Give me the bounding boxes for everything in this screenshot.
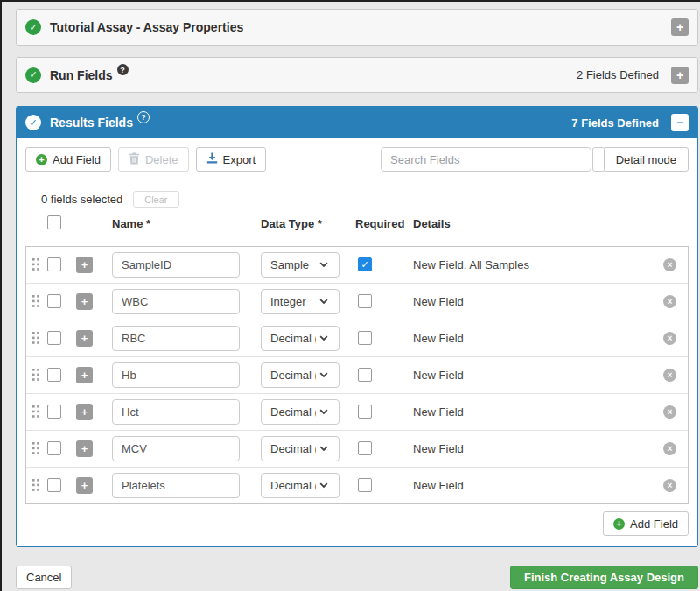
remove-field-button[interactable]: × bbox=[663, 369, 676, 382]
row-select-checkbox[interactable] bbox=[47, 257, 61, 271]
expand-panel-button[interactable]: + bbox=[671, 67, 689, 84]
field-name-input[interactable] bbox=[112, 326, 240, 351]
data-type-select[interactable]: Decimal (floating point) bbox=[261, 362, 340, 388]
required-checkbox[interactable] bbox=[358, 294, 372, 308]
finish-creating-assay-design-button[interactable]: Finish Creating Assay Design bbox=[510, 566, 698, 589]
delete-label: Delete bbox=[145, 153, 178, 166]
chevron-down-icon bbox=[319, 262, 328, 268]
field-rows: + Sample New Field. All Samples × + Inte… bbox=[25, 246, 689, 504]
clear-selection-button[interactable]: Clear bbox=[133, 191, 178, 208]
delete-button[interactable]: Delete bbox=[118, 147, 189, 172]
download-icon bbox=[206, 152, 218, 166]
drag-handle-icon[interactable] bbox=[32, 479, 39, 495]
remove-icon: × bbox=[668, 334, 673, 343]
remove-icon: × bbox=[668, 298, 673, 306]
data-type-value: Sample bbox=[270, 258, 316, 271]
row-select-checkbox[interactable] bbox=[47, 478, 61, 492]
plus-icon: + bbox=[676, 21, 683, 33]
data-type-value: Decimal (floating point) bbox=[270, 369, 316, 382]
panel-assay-properties: ✓ Tutorial Assay - Assay Properties + bbox=[16, 9, 698, 46]
select-all-checkbox[interactable] bbox=[47, 215, 61, 229]
data-type-select[interactable]: Sample bbox=[261, 252, 340, 278]
required-checkbox[interactable] bbox=[358, 478, 372, 492]
row-select-checkbox[interactable] bbox=[47, 294, 61, 308]
detail-mode-toggle[interactable]: Detail mode bbox=[592, 147, 689, 172]
remove-field-button[interactable]: × bbox=[663, 332, 676, 345]
search-fields-input[interactable] bbox=[381, 147, 592, 172]
expand-field-button[interactable]: + bbox=[76, 293, 93, 310]
add-field-button-bottom[interactable]: + Add Field bbox=[603, 511, 689, 536]
data-type-select[interactable]: Decimal (floating point) bbox=[261, 473, 340, 498]
required-checkbox[interactable] bbox=[358, 257, 372, 271]
field-name-input[interactable] bbox=[112, 362, 240, 388]
check-circle-icon: ✓ bbox=[25, 67, 41, 83]
row-select-checkbox[interactable] bbox=[47, 368, 61, 382]
remove-field-button[interactable]: × bbox=[663, 258, 676, 271]
data-type-value: Decimal (floating point) bbox=[270, 442, 316, 455]
column-header-data-type: Data Type * bbox=[261, 217, 322, 230]
plus-icon: + bbox=[81, 296, 88, 307]
remove-field-button[interactable]: × bbox=[663, 405, 676, 419]
help-icon[interactable]: ? bbox=[137, 111, 150, 123]
expand-field-button[interactable]: + bbox=[76, 404, 93, 420]
data-type-select[interactable]: Decimal (floating point) bbox=[261, 436, 340, 461]
drag-handle-icon[interactable] bbox=[32, 405, 39, 421]
required-checkbox[interactable] bbox=[358, 331, 372, 345]
data-type-value: Decimal (floating point) bbox=[270, 332, 316, 345]
data-type-select[interactable]: Integer bbox=[261, 289, 340, 314]
panel-results-fields: ✓ Results Fields ? 7 Fields Defined − + … bbox=[16, 106, 698, 547]
chevron-down-icon bbox=[319, 482, 328, 489]
add-field-label: Add Field bbox=[630, 517, 678, 531]
field-details-text: New Field bbox=[413, 442, 464, 455]
chevron-down-icon bbox=[319, 335, 328, 341]
check-circle-icon: ✓ bbox=[25, 115, 41, 130]
collapse-panel-button[interactable]: − bbox=[671, 114, 689, 131]
remove-field-button[interactable]: × bbox=[663, 479, 676, 492]
add-field-label: Add Field bbox=[52, 153, 101, 166]
expand-field-button[interactable]: + bbox=[76, 367, 93, 383]
fields-selected-text: 0 fields selected bbox=[41, 193, 122, 206]
results-fields-body: + Add Field Delete Export Detail mo bbox=[17, 138, 697, 546]
drag-handle-icon[interactable] bbox=[32, 369, 39, 384]
remove-icon: × bbox=[668, 408, 673, 417]
field-name-input[interactable] bbox=[112, 399, 240, 425]
required-checkbox[interactable] bbox=[358, 441, 372, 455]
required-checkbox[interactable] bbox=[358, 368, 372, 382]
chevron-down-icon bbox=[319, 299, 328, 305]
expand-field-button[interactable]: + bbox=[76, 440, 93, 457]
field-name-input[interactable] bbox=[112, 473, 240, 498]
add-field-button[interactable]: + Add Field bbox=[25, 147, 111, 172]
panel-title: Run Fields bbox=[50, 68, 113, 82]
row-select-checkbox[interactable] bbox=[47, 331, 61, 345]
add-icon: + bbox=[613, 518, 625, 530]
fields-defined-badge: 2 Fields Defined bbox=[577, 68, 659, 81]
data-type-value: Decimal (floating point) bbox=[270, 405, 316, 419]
add-icon: + bbox=[36, 154, 47, 165]
data-type-select[interactable]: Decimal (floating point) bbox=[261, 399, 340, 425]
field-name-input[interactable] bbox=[112, 436, 240, 461]
selection-summary: 0 fields selected Clear bbox=[41, 191, 179, 208]
remove-field-button[interactable]: × bbox=[663, 295, 676, 308]
expand-field-button[interactable]: + bbox=[76, 330, 93, 347]
expand-field-button[interactable]: + bbox=[76, 477, 93, 494]
column-header-name: Name * bbox=[112, 217, 150, 230]
data-type-select[interactable]: Decimal (floating point) bbox=[261, 326, 340, 351]
drag-handle-icon[interactable] bbox=[32, 442, 39, 458]
drag-handle-icon[interactable] bbox=[32, 295, 39, 311]
required-checkbox[interactable] bbox=[358, 405, 372, 419]
chevron-down-icon bbox=[319, 446, 328, 452]
expand-field-button[interactable]: + bbox=[76, 257, 93, 273]
remove-field-button[interactable]: × bbox=[663, 442, 676, 455]
expand-panel-button[interactable]: + bbox=[671, 18, 689, 36]
row-select-checkbox[interactable] bbox=[47, 405, 61, 419]
field-name-input[interactable] bbox=[112, 252, 240, 278]
detail-mode-label: Detail mode bbox=[604, 147, 689, 172]
drag-handle-icon[interactable] bbox=[32, 258, 39, 274]
help-icon[interactable]: ? bbox=[117, 64, 129, 75]
row-select-checkbox[interactable] bbox=[47, 441, 61, 455]
fields-toolbar: + Add Field Delete Export bbox=[25, 147, 266, 172]
cancel-button[interactable]: Cancel bbox=[16, 566, 72, 589]
field-name-input[interactable] bbox=[112, 289, 240, 314]
export-button[interactable]: Export bbox=[196, 147, 267, 172]
drag-handle-icon[interactable] bbox=[32, 332, 39, 348]
